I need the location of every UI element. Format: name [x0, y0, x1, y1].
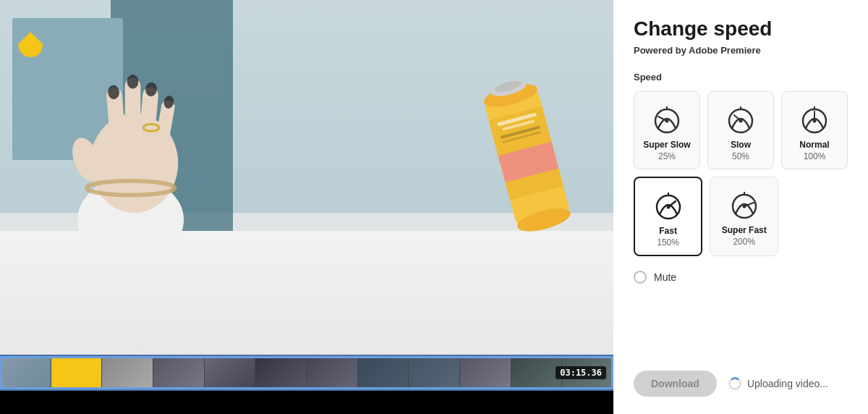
normal-icon	[799, 102, 830, 134]
normal-name: Normal	[799, 140, 829, 150]
timeline-frame	[409, 356, 460, 389]
uploading-indicator: Uploading video...	[728, 377, 828, 390]
right-panel: Change speed Powered by Adobe Premiere S…	[613, 0, 868, 414]
speed-card-slow[interactable]: Slow 50%	[707, 91, 774, 169]
uploading-label: Uploading video...	[747, 378, 828, 389]
timeline-frame	[102, 356, 153, 389]
speed-grid-top: Super Slow 25% Slow 50%	[634, 91, 848, 169]
speed-grid-bottom: Fast 150% Super Fast 200%	[634, 177, 778, 256]
super-fast-pct: 200%	[733, 237, 755, 247]
slow-icon	[725, 102, 757, 134]
super-slow-name: Super Slow	[643, 140, 690, 150]
speed-card-normal[interactable]: Normal 100%	[781, 91, 848, 169]
timeline-frame	[0, 356, 51, 389]
timeline-frame	[460, 356, 511, 389]
upload-spinner	[728, 377, 741, 390]
super-fast-name: Super Fast	[722, 225, 767, 235]
fast-name: Fast	[659, 226, 677, 236]
timeline-frame	[307, 356, 358, 389]
timeline-frame	[511, 356, 563, 389]
normal-pct: 100%	[804, 151, 826, 161]
fast-pct: 150%	[657, 237, 679, 248]
slow-pct: 50%	[732, 151, 749, 161]
main-area: 03:15.36 Change speed Powered by Adobe P…	[0, 0, 868, 414]
super-fast-icon	[728, 187, 760, 219]
download-button[interactable]: Download	[634, 371, 717, 397]
timeline-frame	[358, 356, 409, 389]
subtitle-prefix: Powered by	[634, 45, 689, 56]
timeline-frame	[255, 356, 307, 389]
subtitle-brand: Adobe Premiere	[689, 45, 761, 56]
speed-section-label: Speed	[634, 72, 848, 83]
speed-card-fast[interactable]: Fast 150%	[634, 177, 702, 256]
speed-card-super-fast[interactable]: Super Fast 200%	[710, 177, 778, 256]
timeline-strip[interactable]: 03:15.36	[0, 355, 613, 391]
fast-icon	[652, 188, 684, 220]
video-scene	[0, 0, 613, 355]
timeline-frame	[153, 356, 205, 389]
timecode-badge: 03:15.36	[556, 366, 606, 379]
svg-point-8	[127, 75, 139, 89]
video-panel: 03:15.36	[0, 0, 613, 414]
speed-card-super-slow[interactable]: Super Slow 25%	[634, 91, 700, 169]
timeline-frames	[0, 356, 613, 389]
mute-label: Mute	[654, 271, 676, 283]
video-container	[0, 0, 613, 355]
panel-title: Change speed	[634, 17, 848, 41]
mute-radio[interactable]	[634, 271, 647, 284]
slow-name: Slow	[731, 140, 751, 150]
super-slow-icon	[651, 102, 683, 134]
action-row: Download Uploading video...	[634, 371, 848, 397]
panel-subtitle: Powered by Adobe Premiere	[634, 45, 848, 56]
timeline-frame	[205, 356, 256, 389]
hand-graphic	[30, 35, 245, 248]
mute-row: Mute	[634, 271, 848, 284]
timeline-frame	[51, 356, 103, 389]
super-slow-pct: 25%	[658, 151, 676, 161]
